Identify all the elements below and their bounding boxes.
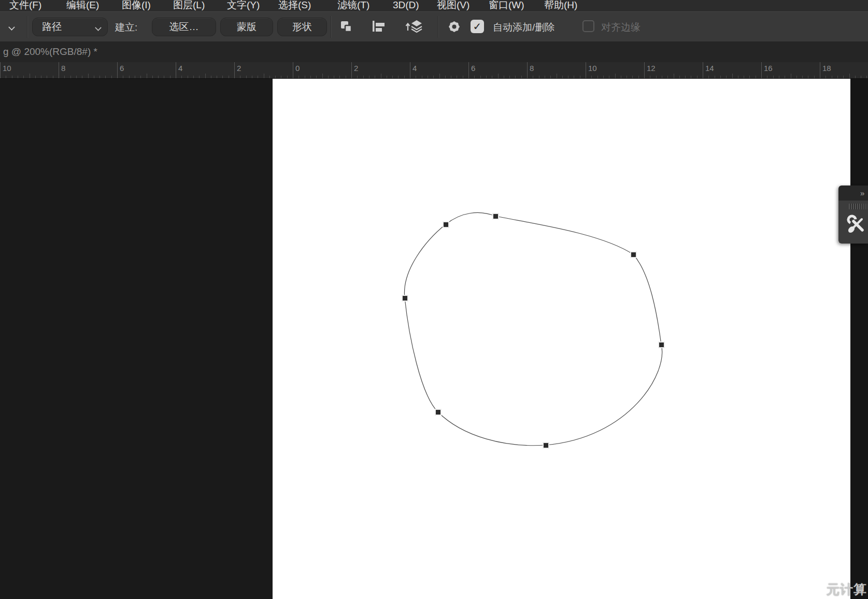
path-mode-dropdown[interactable]: 路径: [32, 18, 108, 36]
ruler-tick: [99, 76, 100, 78]
ruler-tick: [749, 76, 750, 78]
ruler-tick: [814, 76, 815, 78]
path-anchor-point-2[interactable]: [631, 252, 636, 257]
chevron-down-icon: [95, 24, 101, 31]
ruler-tick: [59, 62, 59, 78]
ruler-tick: [12, 76, 12, 78]
menu-bar: 文件(F)编辑(E)图像(I)图层(L)文字(Y)选择(S)滤镜(T)3D(D)…: [0, 0, 868, 12]
ruler-tick: [23, 76, 24, 78]
ruler-tick: [264, 74, 264, 78]
ruler-tick: [433, 76, 434, 78]
ruler-tick: [621, 76, 621, 78]
ruler-tick: [82, 76, 82, 78]
path-arrangement-icon[interactable]: [404, 19, 424, 34]
path-mode-value: 路径: [42, 20, 62, 34]
menu-item-0[interactable]: 文件(F): [9, 0, 41, 12]
ruler-tick: [685, 76, 686, 78]
ruler-tick: [767, 76, 767, 78]
menu-item-1[interactable]: 编辑(E): [66, 0, 99, 12]
ruler-tick: [691, 76, 691, 78]
path-anchor-point-6[interactable]: [403, 296, 407, 301]
ruler-tick: [316, 76, 317, 78]
ruler-tick: [533, 76, 533, 78]
ruler-tick: [310, 76, 311, 78]
menu-item-4[interactable]: 文字(Y): [227, 0, 260, 12]
ruler-tick: [662, 76, 662, 78]
make-selection-button[interactable]: 选区…: [152, 18, 216, 36]
panel-grip-handle[interactable]: [849, 204, 868, 209]
path-anchor-point-4[interactable]: [544, 443, 548, 448]
menu-item-6[interactable]: 滤镜(T): [337, 0, 369, 12]
ruler-tick: [498, 74, 499, 78]
menu-item-5[interactable]: 选择(S): [278, 0, 311, 12]
ruler-tick: [451, 76, 451, 78]
ruler-tick: [486, 76, 487, 78]
ruler-tick: [246, 76, 247, 78]
ruler-tick: [603, 76, 604, 78]
ruler-tick: [843, 76, 844, 78]
menu-item-7[interactable]: 3D(D): [393, 0, 419, 12]
make-shape-button[interactable]: 形状: [277, 18, 327, 36]
document-title: g @ 200%(RGB/8#) *: [3, 41, 97, 62]
ruler-label: 4: [178, 64, 182, 73]
path-anchor-point-5[interactable]: [436, 410, 440, 415]
menu-item-10[interactable]: 帮助(H): [544, 0, 577, 12]
path-anchor-point-3[interactable]: [659, 343, 664, 347]
ruler-tick: [229, 76, 229, 78]
separator: [438, 16, 438, 38]
tools-panel-header[interactable]: »: [838, 186, 868, 201]
ruler-tick: [562, 76, 563, 78]
menu-item-8[interactable]: 视图(V): [437, 0, 469, 12]
ruler-tick: [351, 62, 352, 78]
ruler-label: 10: [3, 64, 11, 73]
make-mask-button[interactable]: 蒙版: [220, 18, 273, 36]
ruler-tick: [480, 76, 481, 78]
menu-item-3[interactable]: 图层(L): [173, 0, 205, 12]
ruler-tick: [474, 76, 475, 78]
ruler-tick: [416, 76, 416, 78]
ruler-tick: [632, 76, 633, 78]
ruler-tick: [398, 76, 399, 78]
ruler-label: 18: [822, 64, 831, 73]
ruler-tick: [568, 76, 568, 78]
ruler-tick: [252, 76, 252, 78]
auto-add-delete-label: 自动添加/删除: [493, 21, 554, 34]
path-operations-icon[interactable]: [339, 19, 353, 34]
ruler-tick: [779, 76, 779, 78]
make-selection-label: 选区…: [169, 20, 199, 34]
ruler-tick: [785, 76, 785, 78]
ruler-tick: [287, 76, 288, 78]
auto-add-delete-checkbox[interactable]: ✓: [471, 20, 484, 33]
ruler-tick: [650, 76, 650, 78]
ruler-tick: [47, 76, 47, 78]
ruler-tick: [802, 76, 803, 78]
ruler-tick: [111, 76, 112, 78]
ruler-tick: [744, 76, 744, 78]
path-anchor-point-1[interactable]: [493, 214, 498, 219]
menu-item-2[interactable]: 图像(I): [122, 0, 151, 12]
ruler-tick: [791, 74, 791, 78]
ruler-tick: [234, 62, 235, 78]
path-anchor-point-0[interactable]: [444, 222, 448, 227]
document-surface[interactable]: [273, 79, 850, 599]
ruler-tick: [422, 76, 422, 78]
gear-icon[interactable]: [447, 20, 461, 34]
ruler-tick: [667, 76, 668, 78]
ruler-tick: [615, 74, 616, 78]
ruler-tick: [140, 76, 141, 78]
tool-preset-chevron-icon[interactable]: [9, 24, 15, 30]
wrench-screwdriver-icon[interactable]: [846, 213, 866, 236]
ruler-tick: [357, 76, 358, 78]
panel-collapse-icon[interactable]: »: [860, 190, 868, 197]
floating-tools-panel: »: [838, 186, 868, 244]
menu-item-9[interactable]: 窗口(W): [489, 0, 524, 12]
align-edges-checkbox: [582, 20, 594, 32]
ruler-tick: [404, 76, 405, 78]
ruler-tick: [574, 76, 574, 78]
ruler-tick: [181, 76, 182, 78]
ruler-tick: [346, 76, 346, 78]
ruler-tick: [545, 76, 545, 78]
path-alignment-icon[interactable]: [370, 19, 387, 34]
ruler-tick: [644, 62, 645, 78]
ruler-label: 8: [61, 64, 65, 73]
